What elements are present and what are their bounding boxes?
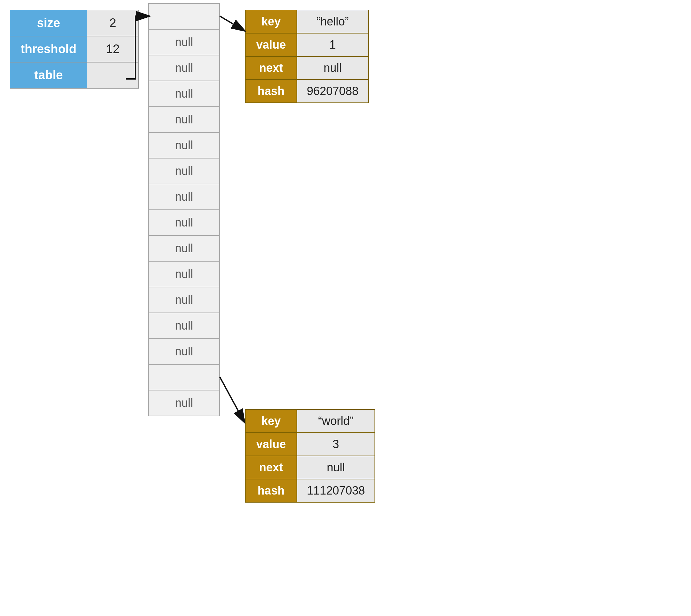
array-cell-4: null bbox=[149, 107, 219, 132]
array-table: null null null null null null null null … bbox=[148, 3, 220, 416]
node1-value-value: 1 bbox=[297, 33, 368, 57]
node2-value-row: value 3 bbox=[245, 433, 375, 456]
node1-next-value: null bbox=[297, 57, 368, 80]
node1-hash-label: hash bbox=[245, 80, 297, 103]
node1-key-row: key “hello” bbox=[245, 10, 368, 33]
array-cell-2: null bbox=[149, 55, 219, 81]
node2-hash-value: 111207038 bbox=[297, 479, 375, 502]
array-cell-8: null bbox=[149, 210, 219, 236]
array-row-8: null bbox=[149, 210, 219, 236]
node1-hash-value: 96207088 bbox=[297, 80, 368, 103]
array-row-13: null bbox=[149, 338, 219, 365]
array-cell-13: null bbox=[149, 338, 219, 365]
table-row: table bbox=[10, 62, 138, 88]
node1-table: key “hello” value 1 next null hash 96207… bbox=[245, 10, 369, 103]
array-row-4: null bbox=[149, 107, 219, 132]
array-cell-10: null bbox=[149, 261, 219, 287]
node1-key-label: key bbox=[245, 10, 297, 33]
array-to-node1-arrow bbox=[220, 16, 244, 30]
array-row-5: null bbox=[149, 132, 219, 158]
size-row: size 2 bbox=[10, 10, 138, 36]
array-to-node2-arrow bbox=[220, 377, 244, 422]
array-row-15: null bbox=[149, 390, 219, 416]
main-object-table: size 2 threshold 12 table bbox=[10, 10, 139, 89]
array-row-2: null bbox=[149, 55, 219, 81]
node1-next-row: next null bbox=[245, 57, 368, 80]
node2-key-value: “world” bbox=[297, 410, 375, 433]
threshold-row: threshold 12 bbox=[10, 36, 138, 62]
array-row-3: null bbox=[149, 81, 219, 107]
node2-key-row: key “world” bbox=[245, 410, 375, 433]
node2-table: key “world” value 3 next null hash 11120… bbox=[245, 409, 375, 503]
node1-hash-row: hash 96207088 bbox=[245, 80, 368, 103]
array-cell-7: null bbox=[149, 184, 219, 210]
array-cell-12: null bbox=[149, 313, 219, 338]
table-value bbox=[87, 62, 138, 88]
array-cell-6: null bbox=[149, 158, 219, 184]
array-cell-5: null bbox=[149, 132, 219, 158]
array-row-9: null bbox=[149, 236, 219, 261]
table-label: table bbox=[10, 62, 87, 88]
node2-hash-label: hash bbox=[245, 479, 297, 502]
node2-value-value: 3 bbox=[297, 433, 375, 456]
threshold-label: threshold bbox=[10, 36, 87, 62]
array-row-11: null bbox=[149, 287, 219, 313]
node2-value-label: value bbox=[245, 433, 297, 456]
array-row-7: null bbox=[149, 184, 219, 210]
node2-next-value: null bbox=[297, 456, 375, 479]
node1-value-label: value bbox=[245, 33, 297, 57]
node2-hash-row: hash 111207038 bbox=[245, 479, 375, 502]
size-label: size bbox=[10, 10, 87, 36]
node2-next-row: next null bbox=[245, 456, 375, 479]
node1-next-label: next bbox=[245, 57, 297, 80]
threshold-value: 12 bbox=[87, 36, 138, 62]
node2-next-label: next bbox=[245, 456, 297, 479]
array-row-6: null bbox=[149, 158, 219, 184]
array-row-14 bbox=[149, 365, 219, 390]
array-cell-1: null bbox=[149, 29, 219, 55]
size-value: 2 bbox=[87, 10, 138, 36]
node1-key-value: “hello” bbox=[297, 10, 368, 33]
array-cell-11: null bbox=[149, 287, 219, 313]
array-row-10: null bbox=[149, 261, 219, 287]
node2-key-label: key bbox=[245, 410, 297, 433]
array-cell-3: null bbox=[149, 81, 219, 107]
array-cell-9: null bbox=[149, 236, 219, 261]
array-row-0 bbox=[149, 3, 219, 29]
array-cell-14 bbox=[149, 365, 219, 390]
array-cell-0 bbox=[149, 3, 219, 29]
array-row-12: null bbox=[149, 313, 219, 338]
array-row-1: null bbox=[149, 29, 219, 55]
array-cell-15: null bbox=[149, 390, 219, 416]
node1-value-row: value 1 bbox=[245, 33, 368, 57]
